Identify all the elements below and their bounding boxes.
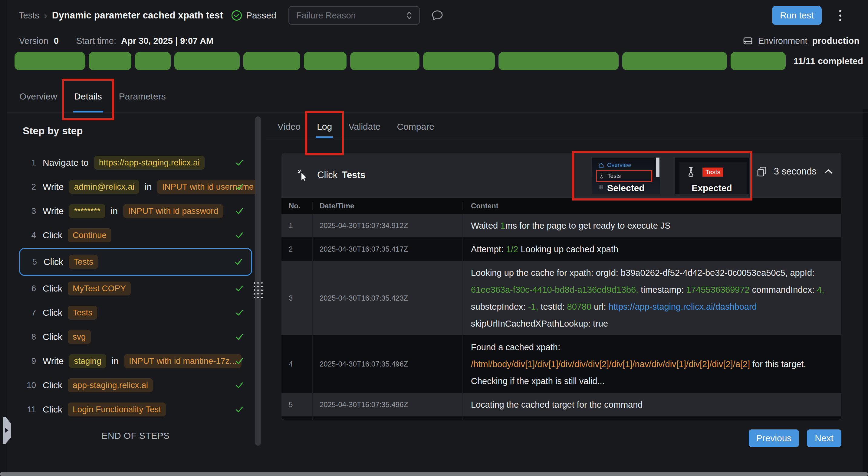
log-row: 12025-04-30T16:07:34.912ZWaited 1ms for …: [281, 214, 841, 237]
horizontal-scrollbar[interactable]: [0, 472, 868, 476]
progress-segment-10[interactable]: [622, 52, 727, 70]
detail-tab-label: Log: [317, 122, 332, 132]
step-action: Click: [43, 332, 62, 342]
progress-segment-8[interactable]: [423, 52, 495, 70]
step-value-badge: ********: [69, 204, 105, 218]
progress-segment-6[interactable]: [304, 52, 346, 70]
thumbnail-sidebar-label: Tests: [608, 173, 621, 179]
progress-segment-11[interactable]: [731, 52, 786, 70]
steps-panel: Step by step 1Navigate tohttps://app-sta…: [11, 121, 255, 451]
thumbnail-scrollbar: [656, 158, 659, 177]
progress-segment-3[interactable]: [135, 52, 171, 70]
environment-value: production: [812, 36, 860, 46]
run-test-button[interactable]: Run test: [772, 6, 822, 25]
step-target-badge: Continue: [68, 228, 112, 242]
step-number: 9: [23, 356, 36, 366]
copy-icon[interactable]: [756, 166, 767, 177]
chevron-up-icon[interactable]: [823, 168, 834, 175]
panel-expander[interactable]: [3, 417, 11, 444]
log-row: 32025-04-30T16:07:35.423ZLooking up the …: [281, 261, 841, 335]
log-row-time: 2025-04-30T16:07:34.912Z: [313, 214, 463, 237]
command-summary: Click Tests: [297, 169, 366, 181]
breadcrumb-separator: ›: [44, 10, 47, 21]
breadcrumb[interactable]: Tests: [19, 10, 39, 21]
progress-segment-1[interactable]: [14, 52, 85, 70]
next-button[interactable]: Next: [807, 430, 841, 447]
detail-tab-video[interactable]: Video: [269, 116, 309, 138]
duration-label: 3 seconds: [774, 166, 816, 177]
check-icon: [235, 405, 244, 414]
log-row-time: 2025-04-30T16:07:35.496Z: [313, 416, 463, 420]
selected-thumbnail[interactable]: OverviewTestsSuites Selected: [592, 158, 660, 194]
detail-tab-compare[interactable]: Compare: [389, 116, 442, 138]
tab-parameters[interactable]: Parameters: [111, 81, 174, 112]
progress-segment-2[interactable]: [89, 52, 131, 70]
status-label: Passed: [246, 10, 276, 21]
step-number: 8: [23, 332, 36, 342]
step-row[interactable]: 2Writeadmin@relicx.aiinINPUT with id use…: [19, 175, 252, 199]
steps-scrollbar[interactable]: [255, 116, 261, 446]
check-icon: [234, 257, 243, 267]
step-row[interactable]: 9WritestaginginINPUT with id mantine-17z…: [19, 349, 252, 373]
step-number: 4: [23, 231, 36, 240]
header: Tests › Dynamic parameter cached xpath t…: [7, 0, 868, 31]
log-row-number: 6: [281, 416, 313, 420]
step-value-badge: https://app-staging.relicx.ai: [94, 156, 205, 170]
expected-label: Expected: [675, 183, 749, 193]
annotation-box-thumbnails: OverviewTestsSuites Selected Tests Expec…: [572, 151, 752, 201]
tab-details[interactable]: Details: [66, 81, 111, 112]
step-row[interactable]: 6ClickMyTest COPY: [19, 276, 252, 301]
tab-label: Parameters: [119, 91, 166, 102]
step-row[interactable]: 4ClickContinue: [19, 223, 252, 247]
comment-icon[interactable]: [431, 9, 444, 22]
log-column-header: Date/Time: [313, 202, 463, 210]
progress-segment-7[interactable]: [350, 52, 420, 70]
step-row[interactable]: 1Navigate tohttps://app-staging.relicx.a…: [19, 150, 252, 175]
tab-overview[interactable]: Overview: [11, 81, 66, 112]
log-column-header: Content: [463, 202, 841, 210]
step-action: Write: [43, 206, 64, 216]
log-row-number: 3: [281, 261, 313, 335]
step-connector: in: [111, 206, 118, 216]
more-menu-icon[interactable]: [837, 8, 843, 23]
active-tab-underline: [73, 111, 103, 112]
tab-label: Overview: [19, 91, 57, 102]
failure-reason-placeholder: Failure Reason: [296, 10, 356, 21]
step-connector: in: [145, 182, 152, 192]
step-action: Click: [43, 380, 62, 390]
step-row[interactable]: 8Clicksvg: [19, 325, 252, 349]
detail-tab-log[interactable]: Log: [309, 116, 340, 138]
expected-thumbnail[interactable]: Tests Expected: [675, 158, 749, 194]
step-row[interactable]: 3Write********inINPUT with id password: [19, 199, 252, 223]
previous-button[interactable]: Previous: [749, 430, 799, 447]
step-target-badge: MyTest COPY: [68, 281, 131, 296]
step-value-badge: staging: [69, 354, 106, 368]
check-icon: [235, 308, 244, 317]
progress-segment-5[interactable]: [243, 52, 300, 70]
detail-tab-label: Validate: [348, 122, 380, 132]
step-row[interactable]: 10Clickapp-staging.relicx.ai: [19, 373, 252, 397]
home-icon: [598, 162, 604, 168]
panel-resize-handle[interactable]: [254, 282, 263, 298]
failure-reason-select[interactable]: Failure Reason: [288, 6, 420, 25]
progress-segment-9[interactable]: [498, 52, 619, 70]
step-row[interactable]: 11ClickLogin Functionality Test: [19, 397, 252, 421]
detail-tab-label: Video: [278, 122, 301, 132]
progress-segment-4[interactable]: [174, 52, 239, 70]
check-icon: [235, 332, 244, 342]
check-icon: [235, 284, 244, 293]
step-row[interactable]: 7ClickTests: [19, 301, 252, 325]
step-number: 7: [23, 308, 36, 317]
log-row-content: Found a cached xpath: /html/body/div[1]/…: [463, 335, 841, 393]
thumbnail-sidebar-label: Suites: [607, 183, 623, 190]
environment: Environment production: [742, 35, 860, 46]
progress-track: [14, 52, 786, 70]
tab-label: Details: [74, 91, 102, 102]
step-row[interactable]: 5ClickTests: [19, 248, 252, 276]
log-row: 52025-04-30T16:07:35.496ZLocating the ca…: [281, 393, 841, 416]
step-target-badge: Login Functionality Test: [68, 403, 166, 416]
play-triangle-icon: [5, 428, 8, 433]
detail-tab-validate[interactable]: Validate: [340, 116, 389, 138]
horizontal-scrollbar-thumb[interactable]: [0, 472, 868, 476]
page-title: Dynamic parameter cached xpath test: [52, 10, 223, 21]
